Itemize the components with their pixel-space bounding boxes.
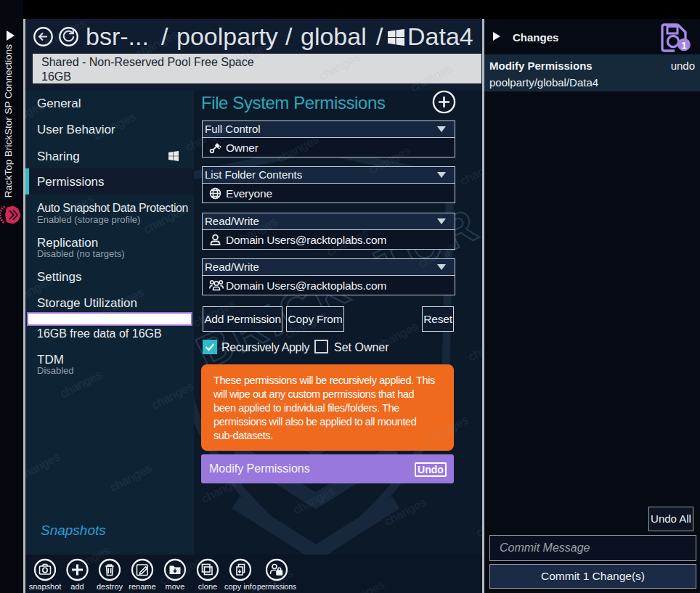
svg-text:move: move bbox=[166, 582, 185, 591]
svg-text:snapshot: snapshot bbox=[29, 582, 62, 591]
svg-text:add: add bbox=[70, 582, 84, 591]
svg-text:1: 1 bbox=[681, 40, 687, 51]
svg-text:rename: rename bbox=[129, 582, 155, 591]
svg-text:clone: clone bbox=[198, 582, 217, 591]
svg-text:permissions: permissions bbox=[257, 582, 296, 591]
svg-text:copy info: copy info bbox=[224, 582, 256, 591]
svg-text:destroy: destroy bbox=[97, 582, 123, 591]
